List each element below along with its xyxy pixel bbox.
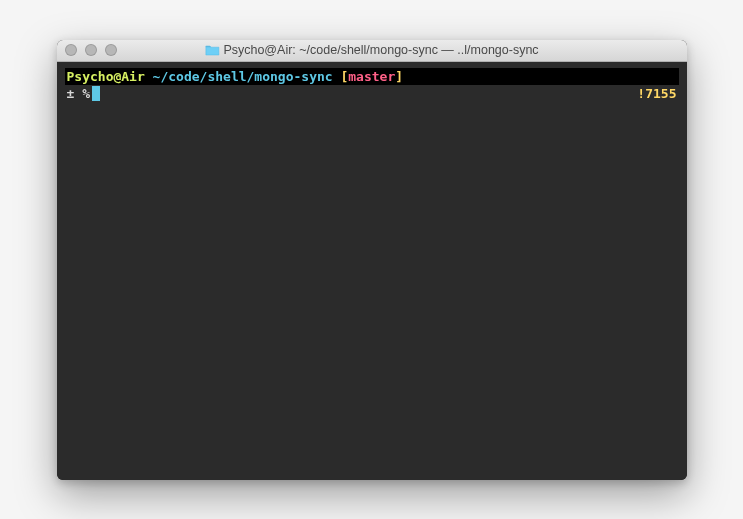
prompt-line-1: Psycho@Air ~/code/shell/mongo-sync [mast… [65, 68, 679, 86]
branch-bracket-open: [ [340, 68, 348, 86]
prompt-percent: % [82, 85, 90, 103]
zoom-button[interactable] [105, 44, 117, 56]
prompt-at: @ [113, 68, 121, 86]
prompt-line-2: ± % !7155 [65, 85, 679, 103]
traffic-lights [65, 44, 117, 56]
terminal-window: Psycho@Air: ~/code/shell/mongo-sync — ..… [57, 40, 687, 480]
branch-bracket-close: ] [395, 68, 403, 86]
minimize-button[interactable] [85, 44, 97, 56]
prompt-path: ~/code/shell/mongo-sync [153, 68, 333, 86]
window-title: Psycho@Air: ~/code/shell/mongo-sync — ..… [204, 43, 538, 57]
prompt-host: Air [121, 68, 144, 86]
close-button[interactable] [65, 44, 77, 56]
cursor [92, 86, 100, 101]
prompt-symbols: ± % [67, 85, 100, 103]
git-branch: master [348, 68, 395, 86]
history-number: !7155 [637, 85, 676, 103]
prompt-user: Psycho [67, 68, 114, 86]
terminal-body[interactable]: Psycho@Air ~/code/shell/mongo-sync [mast… [57, 62, 687, 480]
prompt-plusminus: ± [67, 85, 75, 103]
folder-icon [204, 44, 219, 56]
titlebar[interactable]: Psycho@Air: ~/code/shell/mongo-sync — ..… [57, 40, 687, 62]
window-title-text: Psycho@Air: ~/code/shell/mongo-sync — ..… [223, 43, 538, 57]
